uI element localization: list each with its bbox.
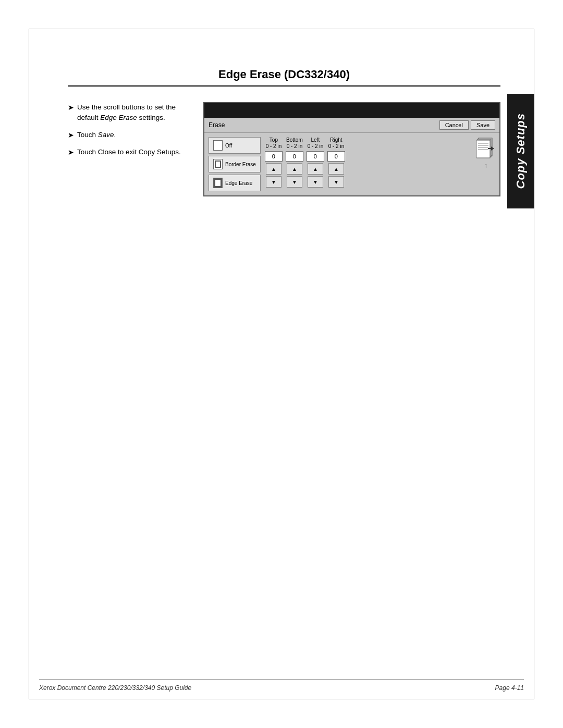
col-top-up-btn[interactable]: ▲ [266, 163, 282, 175]
col-left-input[interactable]: 0 [307, 151, 324, 162]
bullet-list: ➤ Use the scroll buttons to set the defa… [68, 102, 188, 164]
panel-mode-col: Off Border Erase Edge Erase [209, 137, 261, 191]
col-left-header: Left0 - 2 in [308, 137, 324, 150]
panel-col-top: Top0 - 2 in 0 ▲ ▼ [265, 137, 283, 188]
col-right-up-btn[interactable]: ▲ [328, 163, 344, 175]
bullet-arrow-1: ➤ [68, 103, 74, 113]
panel-col-bottom: Bottom0 - 2 in 0 ▲ ▼ [286, 137, 303, 188]
mode-border-erase-icon [213, 159, 223, 169]
mode-off-button[interactable]: Off [209, 137, 261, 154]
content-row: ➤ Use the scroll buttons to set the defa… [68, 102, 500, 196]
mode-border-erase-button[interactable]: Border Erase [209, 156, 261, 172]
panel-right-icon: ↑ [476, 137, 495, 169]
main-content: Edge Erase (DC332/340) ➤ Use the scroll … [68, 68, 500, 196]
panel-header [204, 103, 499, 118]
col-right-header: Right0 - 2 in [328, 137, 345, 150]
document-icon [476, 137, 495, 161]
col-left-down-btn[interactable]: ▼ [308, 176, 323, 188]
ui-panel: Erase Cancel Save Off Border Erase [203, 102, 500, 196]
panel-controls-grid: Top0 - 2 in 0 ▲ ▼ Bottom0 - 2 in 0 ▲ ▼ [265, 137, 470, 188]
bullet-arrow-3: ➤ [68, 147, 74, 158]
mode-edge-erase-button[interactable]: Edge Erase [209, 175, 261, 191]
side-tab-label: Copy Setups [514, 113, 528, 189]
bullet-arrow-2: ➤ [68, 130, 74, 141]
col-top-input[interactable]: 0 [265, 151, 283, 162]
bullet-text-1: Use the scroll buttons to set the defaul… [77, 102, 188, 124]
col-top-header: Top0 - 2 in [266, 137, 282, 150]
bullet-text-3: Touch Close to exit Copy Setups. [77, 147, 181, 157]
col-bottom-header: Bottom0 - 2 in [286, 137, 303, 150]
page-border-left [29, 29, 29, 699]
panel-col-right: Right0 - 2 in 0 ▲ ▼ [327, 137, 345, 188]
panel-col-left: Left0 - 2 in 0 ▲ ▼ [307, 137, 324, 188]
bullet-text-2: Touch Save. [77, 130, 116, 140]
footer-left: Xerox Document Centre 220/230/332/340 Se… [39, 684, 191, 692]
bullet-item-2: ➤ Touch Save. [68, 130, 188, 141]
page-border-top [29, 29, 534, 29]
mode-off-icon [213, 140, 223, 151]
mode-border-erase-label: Border Erase [225, 162, 256, 167]
col-bottom-down-btn[interactable]: ▼ [287, 176, 302, 188]
side-tab: Copy Setups [507, 94, 534, 208]
col-top-down-btn[interactable]: ▼ [266, 176, 282, 188]
panel-toolbar-title: Erase [209, 121, 225, 129]
col-right-down-btn[interactable]: ▼ [328, 176, 344, 188]
panel-body: Off Border Erase Edge Erase T [204, 133, 499, 195]
col-bottom-input[interactable]: 0 [286, 151, 303, 162]
mode-edge-erase-icon [213, 178, 223, 188]
section-title: Edge Erase (DC332/340) [68, 68, 500, 87]
footer-right: Page 4-11 [495, 684, 524, 692]
footer: Xerox Document Centre 220/230/332/340 Se… [39, 680, 524, 692]
panel-toolbar-buttons: Cancel Save [439, 120, 495, 130]
bullet-item-3: ➤ Touch Close to exit Copy Setups. [68, 147, 188, 158]
bullet-item-1: ➤ Use the scroll buttons to set the defa… [68, 102, 188, 124]
col-left-up-btn[interactable]: ▲ [308, 163, 323, 175]
col-bottom-up-btn[interactable]: ▲ [287, 163, 302, 175]
cancel-button[interactable]: Cancel [439, 120, 469, 130]
mode-edge-erase-label: Edge Erase [225, 180, 252, 186]
panel-toolbar: Erase Cancel Save [204, 118, 499, 133]
up-arrow-indicator: ↑ [484, 162, 487, 169]
mode-off-label: Off [225, 143, 232, 149]
page-border-bottom [29, 699, 534, 699]
save-button[interactable]: Save [471, 120, 495, 130]
svg-marker-7 [491, 146, 494, 151]
col-right-input[interactable]: 0 [327, 151, 345, 162]
